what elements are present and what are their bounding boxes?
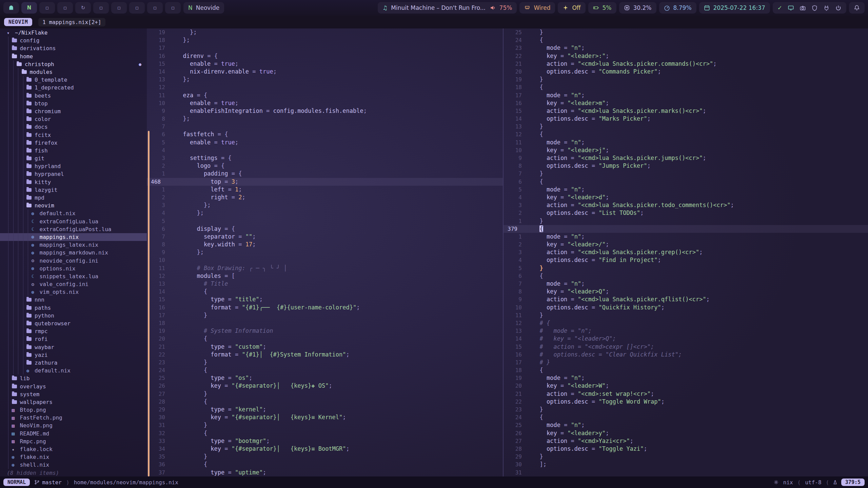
code-line[interactable]: 2 right = 2; — [147, 194, 503, 201]
code-line[interactable]: 22 format = "{#1}│ {#}System Information… — [147, 351, 503, 359]
tree-item-fish[interactable]: fish — [0, 147, 147, 155]
camera-icon[interactable] — [800, 5, 806, 11]
tree-item-qutebrowser[interactable]: qutebrowser — [0, 320, 147, 327]
code-line[interactable]: 7 — [147, 123, 503, 130]
tree-item-flake-lock[interactable]: ✦flake.lock — [0, 445, 147, 453]
workspace-7[interactable]: ▫ — [111, 2, 127, 14]
tree-item-extraconfiglua-lua[interactable]: ☾extraConfigLua.lua — [0, 218, 147, 225]
code-line[interactable]: 26 key = "<leader>y"; — [504, 429, 868, 437]
tree-item-btop-png[interactable]: ▨Btop.png — [0, 406, 147, 414]
code-line[interactable]: 9 enableFishIntegration = config.modules… — [147, 107, 503, 115]
code-line[interactable]: 4 — [147, 146, 503, 154]
tree-item-lazygit[interactable]: lazygit — [0, 186, 147, 194]
code-line[interactable]: 10 key = "<leader>j"; — [504, 146, 868, 154]
workspace-6[interactable]: ▫ — [93, 2, 109, 14]
network-widget[interactable]: Wired — [519, 2, 555, 14]
tree-item-nixflake[interactable]: ▾~/NixFlake — [0, 29, 147, 37]
code-line[interactable]: 4 options.desc = "Find in Project"; — [504, 256, 868, 264]
code-line[interactable]: 8 }; — [147, 115, 503, 123]
code-line[interactable]: 31 } — [147, 421, 503, 429]
code-line[interactable]: 31 — [504, 469, 868, 476]
focused-window-widget[interactable]: N Neovide — [183, 2, 224, 14]
code-line[interactable]: 18 — [147, 319, 503, 327]
code-line[interactable]: 24 { — [147, 366, 503, 374]
code-line[interactable]: 12 { — [504, 130, 868, 138]
plug-icon[interactable] — [823, 5, 830, 11]
code-line[interactable]: 3 action = "<cmd>lua Snacks.picker.grep(… — [504, 248, 868, 256]
code-line[interactable]: 18 }; — [147, 36, 503, 44]
code-line[interactable]: 27 action = "<cmd>Yazi<cr>"; — [504, 437, 868, 445]
tree-item-derivations[interactable]: derivations — [0, 44, 147, 52]
code-line[interactable]: 22 options.desc = "Toggle Word Wrap"; — [504, 398, 868, 406]
battery-widget[interactable]: 5% — [588, 2, 616, 14]
code-line[interactable]: 14 options.desc = "Marks Picker"; — [504, 115, 868, 123]
code-line[interactable]: 36 { — [147, 461, 503, 468]
workspace-9[interactable]: ▫ — [147, 2, 163, 14]
workspace-8[interactable]: ▫ — [129, 2, 145, 14]
check-icon[interactable]: ✓ — [777, 4, 782, 11]
code-line[interactable]: 23 mode = "n"; — [504, 44, 868, 52]
code-line[interactable]: 5 enable = true; — [147, 139, 503, 146]
tree-item-flake-nix[interactable]: ❆flake.nix — [0, 453, 147, 461]
code-line[interactable]: 9 action = "<cmd>lua Snacks.picker.jumps… — [504, 154, 868, 162]
code-line[interactable]: 15 enable = true; — [147, 60, 503, 68]
tree-item-snippets-latex-lua[interactable]: ☾snippets_latex.lua — [0, 272, 147, 280]
code-line[interactable]: 1 padding = { — [147, 170, 503, 178]
tree-item-rofi[interactable]: rofi — [0, 335, 147, 343]
code-line[interactable]: 468 top = 3; — [147, 178, 503, 186]
code-line[interactable]: 8 key = "<leader>Q"; — [504, 288, 868, 296]
code-line[interactable]: 7 separator = ""; — [147, 233, 503, 241]
code-line[interactable]: 34 key = "{#separator}│ {keys}≡ BootMGR"… — [147, 445, 503, 453]
code-line[interactable]: 24 { — [504, 36, 868, 44]
tree-item-python[interactable]: python — [0, 312, 147, 320]
code-line[interactable]: 12 — [147, 83, 503, 91]
tree-item-mappings-nix[interactable]: ❆mappings.nix — [0, 233, 147, 241]
code-line[interactable]: 11 eza = { — [147, 92, 503, 99]
tree-item-lib[interactable]: lib — [0, 374, 147, 382]
tree-item-wallpapers[interactable]: wallpapers — [0, 398, 147, 406]
code-line[interactable]: 8 options.desc = "Jumps Picker"; — [504, 162, 868, 170]
tree-item-modules[interactable]: modules — [0, 68, 147, 76]
tree-item-fcitx[interactable]: fcitx — [0, 131, 147, 139]
code-line[interactable]: 10 — [147, 256, 503, 264]
code-line[interactable]: 10 options.desc = "Quickfix History"; — [504, 304, 868, 311]
tree-item-8-hidden-items[interactable]: (8 hidden items) — [0, 469, 147, 477]
editor-pane-left[interactable]: 19 };18 };1716 direnv = {15 enable = tru… — [147, 28, 503, 476]
code-line[interactable]: 5 mode = "n"; — [504, 186, 868, 194]
code-line[interactable]: 23 } — [147, 359, 503, 366]
code-line[interactable]: 35 } — [147, 453, 503, 461]
code-line[interactable]: 13 # Title — [147, 280, 503, 288]
tree-item-rmpc[interactable]: rmpc — [0, 327, 147, 335]
tree-item-default-nix[interactable]: ❆default.nix — [0, 209, 147, 217]
code-line[interactable]: 4 }; — [147, 209, 503, 217]
tree-item-chromium[interactable]: chromium — [0, 107, 147, 115]
power-icon[interactable] — [835, 5, 842, 11]
code-line[interactable]: 27 } — [147, 390, 503, 398]
code-line[interactable]: 2 key = "<leader>/"; — [504, 241, 868, 248]
code-line[interactable]: 32 { — [147, 429, 503, 437]
code-line[interactable]: 11 # Box Drawing: ╭ ─ ╮ ╰ ╯ │ — [147, 264, 503, 272]
tree-item-system[interactable]: system — [0, 390, 147, 398]
code-line[interactable]: 3 }; — [147, 201, 503, 209]
code-line[interactable]: 19 mode = "n"; — [504, 374, 868, 382]
workspace-4[interactable]: ▫ — [57, 2, 73, 14]
tree-item-waybar[interactable]: waybar — [0, 343, 147, 351]
tree-item-neovim-png[interactable]: ▨NeoVim.png — [0, 422, 147, 429]
code-line[interactable]: 29 type = "kernel"; — [147, 406, 503, 413]
code-line[interactable]: 26 key = "{#separator}│ {keys}❖ OS"; — [147, 382, 503, 390]
code-line[interactable]: 21 action = "<cmd>:set wrap!<cr>"; — [504, 390, 868, 398]
code-line[interactable]: 25 } — [504, 28, 868, 36]
code-line[interactable]: 23 } — [504, 406, 868, 413]
monitor-icon[interactable] — [788, 5, 794, 11]
code-line[interactable]: 19 # System Information — [147, 327, 503, 335]
tree-item-color[interactable]: color — [0, 115, 147, 123]
code-line[interactable]: 11 mode = "n"; — [504, 139, 868, 146]
code-line[interactable]: 12 # { — [504, 319, 868, 327]
code-line[interactable]: 17 mode = "n"; — [504, 92, 868, 99]
code-line[interactable]: 20 options.desc = "Commands Picker"; — [504, 68, 868, 76]
code-line[interactable]: 10 enable = true; — [147, 99, 503, 107]
code-line[interactable]: 16 key = "<leader>m"; — [504, 99, 868, 107]
tree-item-btop[interactable]: btop — [0, 100, 147, 107]
code-line[interactable]: 5 } — [504, 264, 868, 272]
code-line[interactable]: 11 } — [504, 311, 868, 319]
